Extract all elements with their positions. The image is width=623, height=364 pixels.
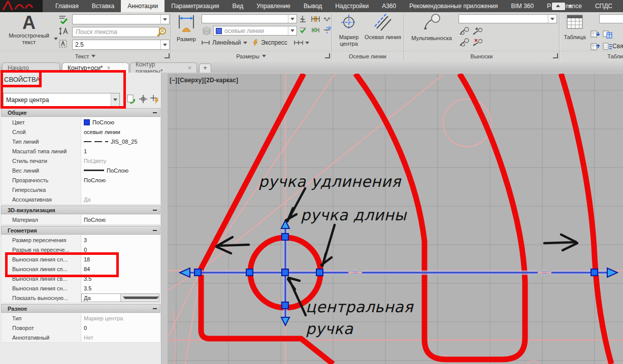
ribbon-tab-annotacii[interactable]: Аннотации: [121, 0, 165, 12]
linear-dim-button[interactable]: Линейный: [201, 38, 250, 48]
dimension-button[interactable]: Размер: [173, 13, 200, 43]
leader-plus-icon[interactable]: [472, 26, 483, 36]
table-cells-icon[interactable]: [602, 29, 612, 39]
select-new-object-icon[interactable]: [126, 94, 136, 104]
ribbon-tab-bim360[interactable]: BIM 360: [505, 0, 541, 12]
table-button[interactable]: Таблица: [562, 13, 588, 41]
leader-add-icon[interactable]: [458, 26, 470, 36]
panel-launcher-icon[interactable]: [325, 53, 330, 58]
central-grip-label-1: центральная: [306, 298, 414, 316]
leader-remove-icon[interactable]: [472, 38, 483, 47]
dim-update-icon[interactable]: [311, 26, 320, 34]
panel-footer-leaders[interactable]: Выноски: [404, 51, 559, 61]
panel-footer-tables[interactable]: Табли: [560, 51, 623, 61]
text-style-combobox[interactable]: [72, 14, 170, 24]
property-row[interactable]: Тип Маркер центра: [2, 313, 160, 323]
property-row[interactable]: Аннотативный Нет: [2, 333, 160, 343]
leader-collect-icon[interactable]: [458, 38, 470, 47]
panel-footer-centerlines[interactable]: Осевые линии: [332, 51, 404, 61]
dim-inspect-icon[interactable]: [323, 15, 331, 23]
spell-check-icon[interactable]: [58, 14, 69, 24]
search-icon[interactable]: [155, 26, 169, 38]
ribbon-tab-a360[interactable]: A360: [375, 0, 403, 12]
dim-check-icon[interactable]: [299, 26, 307, 34]
property-row[interactable]: Гиперссылка: [2, 185, 160, 195]
panel-footer-dims[interactable]: Размеры: [171, 51, 331, 61]
section-header-3d[interactable]: 3D-визуализация: [1, 206, 160, 214]
search-text-input[interactable]: [72, 27, 159, 37]
ribbon-tab-spds[interactable]: СПДС: [588, 0, 619, 12]
dim-layer-combobox[interactable]: осевые линии: [213, 26, 297, 36]
text-align-icon[interactable]: [58, 26, 69, 37]
dim-baseline-icon[interactable]: [311, 15, 320, 23]
model-space-canvas[interactable]: ручка удлинения ручка длины центральная …: [168, 74, 623, 364]
file-tab-kontur-razmery[interactable]: Контур размеры* ×: [130, 62, 197, 73]
lineweight-sample: [84, 170, 104, 171]
table-export-icon[interactable]: [590, 29, 600, 39]
section-header-geometry[interactable]: Геометрия: [1, 226, 160, 235]
property-row[interactable]: Тип линий JIS_08_25: [2, 137, 160, 147]
property-row[interactable]: Цвет ПоСлою: [2, 117, 160, 127]
ribbon-minimize-options-icon[interactable]: [568, 5, 572, 8]
text-height-combobox[interactable]: 2.5: [72, 40, 170, 50]
viewport-visual-style-control[interactable]: [2D-каркас]: [204, 77, 238, 84]
collapse-icon[interactable]: [153, 112, 157, 113]
property-row[interactable]: Прозрачность ПоСлою: [2, 175, 160, 185]
center-marker-button[interactable]: Маркер центра: [335, 13, 363, 47]
table-import-icon[interactable]: [590, 42, 600, 51]
ribbon-tab-upravlenie[interactable]: Управление: [250, 0, 297, 12]
close-icon[interactable]: ×: [188, 64, 191, 72]
mleader-style-combobox[interactable]: [458, 14, 557, 23]
data-link-icon[interactable]: [602, 42, 612, 51]
express-dim-button[interactable]: Экспресс: [252, 38, 290, 48]
property-row[interactable]: Слой осевые линии: [2, 127, 160, 137]
mtext-dropdown-icon[interactable]: [54, 38, 58, 40]
dim-chain-button[interactable]: [292, 38, 310, 48]
collapse-icon[interactable]: [153, 210, 157, 211]
viewport-minimize-control[interactable]: [−]: [170, 77, 177, 84]
quick-select-icon[interactable]: [149, 94, 159, 104]
ribbon: A Многострочный текст 2.5 Текст: [0, 12, 623, 62]
red-highlight-box-extension-rows: [5, 252, 119, 277]
new-tab-button[interactable]: +: [199, 63, 211, 73]
data-link-label[interactable]: Связ: [612, 42, 623, 51]
property-row[interactable]: Ассоциативная Да: [2, 194, 160, 205]
ribbon-tab-nadstroyki[interactable]: Надстройки: [329, 0, 375, 12]
collapse-icon[interactable]: [153, 230, 157, 231]
ribbon-tab-vyvod[interactable]: Вывод: [297, 0, 329, 12]
text-frame-icon[interactable]: [58, 39, 69, 49]
show-extension-combobox[interactable]: Да: [81, 293, 159, 302]
mtext-button[interactable]: A Многострочный текст: [2, 13, 56, 46]
ribbon-tab-recommended[interactable]: Рекомендованные приложения: [403, 0, 504, 12]
dim-break-icon[interactable]: [323, 26, 331, 34]
toggle-pickadd-icon[interactable]: [138, 94, 148, 104]
panel-footer-text[interactable]: Текст: [0, 51, 171, 61]
central-grip-label-2: ручка: [306, 320, 353, 338]
property-row[interactable]: Выносная линия сн... 3.5: [2, 283, 160, 293]
collapse-icon[interactable]: [153, 308, 157, 309]
ribbon-minimize-button[interactable]: [551, 2, 566, 11]
section-header-misc[interactable]: Разное: [1, 304, 160, 313]
multileader-button[interactable]: Мультивыноска: [407, 13, 456, 42]
ribbon-tab-vid[interactable]: Вид: [226, 0, 250, 12]
property-row[interactable]: Стиль печати ПоЦвету: [2, 156, 160, 166]
dim-jog-icon[interactable]: [299, 15, 307, 23]
property-row[interactable]: Поворот 0: [2, 323, 160, 333]
section-header-common[interactable]: Общие: [1, 108, 160, 117]
multileader-icon: [407, 13, 456, 35]
ribbon-tab-vstavka[interactable]: Вставка: [85, 0, 121, 12]
ribbon-tab-parametrizaciya[interactable]: Параметризация: [165, 0, 225, 12]
centerline-button[interactable]: Осевая линия: [364, 13, 402, 41]
property-row[interactable]: Масштаб типа линий 1: [2, 146, 160, 156]
table-style-combobox[interactable]: [599, 14, 623, 23]
property-row[interactable]: Показать выносную... Да: [2, 293, 160, 303]
property-row[interactable]: Материал ПоСлою: [2, 215, 160, 225]
property-row[interactable]: Вес линий ПоСлою: [2, 166, 160, 176]
ribbon-tab-glavnaya[interactable]: Главная: [49, 0, 85, 12]
panel-launcher-icon[interactable]: [165, 53, 170, 58]
property-row[interactable]: Размер пересечения 3: [2, 235, 160, 245]
panel-launcher-icon[interactable]: [553, 53, 558, 58]
viewport-view-control[interactable]: [Сверху]: [178, 77, 204, 84]
drawing-area[interactable]: ручка удлинения ручка длины центральная …: [161, 73, 623, 364]
dim-style-combobox[interactable]: [202, 14, 297, 23]
